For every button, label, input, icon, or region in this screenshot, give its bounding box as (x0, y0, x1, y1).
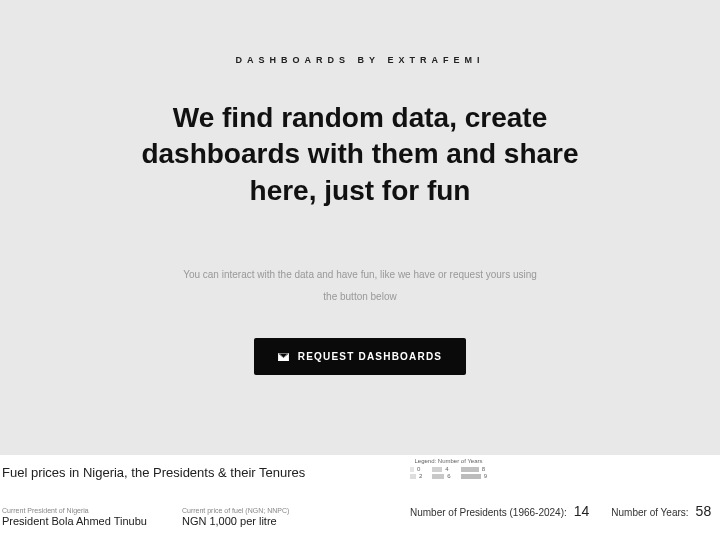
stat-row: Current President of Nigeria President B… (2, 507, 289, 527)
legend-title: Legend: Number of Years (410, 458, 487, 464)
kpi-label: Number of Years: (611, 507, 688, 518)
legend-item: 8 (461, 466, 487, 472)
eyebrow-text: DASHBOARDS BY EXTRAFEMI (236, 55, 485, 65)
dashboard-preview: Fuel prices in Nigeria, the Presidents &… (0, 455, 720, 540)
kpi-years: Number of Years: 58 (611, 503, 711, 519)
legend-item: 0 (410, 466, 422, 472)
stat-label: Current price of fuel (NGN; NNPC) (182, 507, 289, 514)
legend: Legend: Number of Years 0 4 8 2 6 9 (410, 458, 487, 479)
kpi-label: Number of Presidents (1966-2024): (410, 507, 567, 518)
stat-label: Current President of Nigeria (2, 507, 147, 514)
request-dashboards-button[interactable]: REQUEST DASHBOARDS (254, 338, 466, 375)
kpi-value: 14 (574, 503, 590, 519)
stat-fuel: Current price of fuel (NGN; NNPC) NGN 1,… (182, 507, 289, 527)
subheadline: You can interact with the data and have … (175, 264, 545, 308)
hero-section: DASHBOARDS BY EXTRAFEMI We find random d… (0, 0, 720, 455)
legend-item: 4 (432, 466, 450, 472)
kpi-value: 58 (696, 503, 712, 519)
stat-value: President Bola Ahmed Tinubu (2, 515, 147, 527)
cta-label: REQUEST DASHBOARDS (298, 351, 442, 362)
dashboard-title: Fuel prices in Nigeria, the Presidents &… (2, 465, 720, 480)
legend-item: 2 (410, 473, 422, 479)
kpi-row: Number of Presidents (1966-2024): 14 Num… (410, 503, 711, 519)
legend-item: 6 (432, 473, 450, 479)
stat-president: Current President of Nigeria President B… (2, 507, 147, 527)
kpi-presidents: Number of Presidents (1966-2024): 14 (410, 503, 589, 519)
legend-item: 9 (461, 473, 487, 479)
headline: We find random data, create dashboards w… (115, 100, 605, 209)
stat-value: NGN 1,000 per litre (182, 515, 289, 527)
envelope-icon (278, 353, 289, 361)
